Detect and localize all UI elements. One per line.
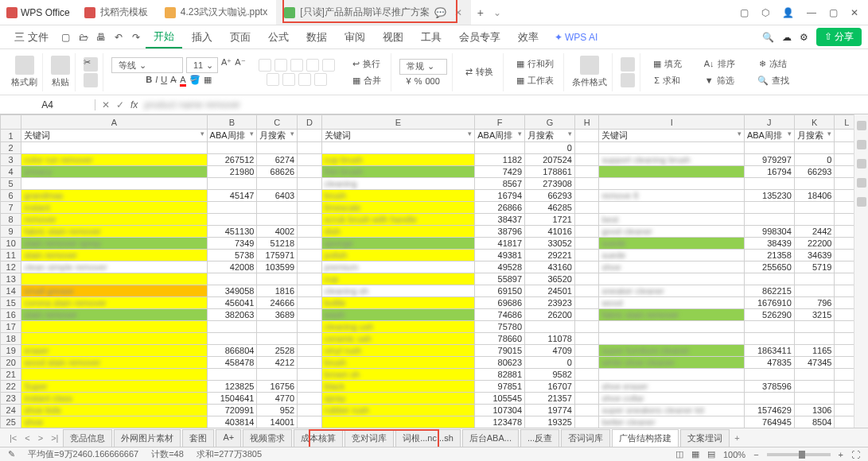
- cell[interactable]: [574, 214, 598, 226]
- cell[interactable]: grandmas: [21, 190, 207, 202]
- row-header[interactable]: 4: [1, 166, 21, 178]
- cell[interactable]: [574, 178, 598, 190]
- cell[interactable]: 9582: [525, 369, 575, 381]
- sheet-tab[interactable]: ...反查: [520, 429, 559, 447]
- cell[interactable]: 456041: [207, 297, 257, 309]
- cell[interactable]: [207, 273, 257, 285]
- column-header[interactable]: A: [21, 115, 207, 130]
- row-header[interactable]: 13: [1, 273, 21, 285]
- cell[interactable]: 1182: [475, 154, 525, 166]
- cell[interactable]: spray: [321, 393, 475, 405]
- cell[interactable]: small grease: [21, 285, 207, 297]
- font-size-select[interactable]: 11 ⌄: [186, 57, 218, 73]
- spreadsheet-grid[interactable]: ABCDEFGHIJKL 1关键词▾ABA周排▾月搜索▾关键词▾ABA周排▾月搜…: [0, 114, 859, 461]
- cell[interactable]: 135230: [744, 190, 794, 202]
- cell[interactable]: [599, 142, 745, 154]
- cell[interactable]: Super: [21, 381, 207, 393]
- cell[interactable]: 1306: [794, 405, 835, 416]
- row-header[interactable]: 15: [1, 297, 21, 309]
- cell[interactable]: 26200: [525, 309, 575, 321]
- number-format-select[interactable]: 常规 ⌄: [399, 59, 447, 75]
- cell[interactable]: [599, 321, 745, 333]
- fullscreen-icon[interactable]: ⛶: [851, 450, 860, 459]
- win-icon[interactable]: ⬡: [761, 7, 769, 18]
- row-header[interactable]: 9: [1, 226, 21, 238]
- cell[interactable]: [574, 345, 598, 357]
- cell[interactable]: premium: [321, 261, 475, 273]
- rail-icon[interactable]: [857, 197, 866, 207]
- font-name-select[interactable]: 等线 ⌄: [111, 57, 183, 73]
- column-header[interactable]: J: [744, 115, 794, 130]
- cell[interactable]: ceramic ush: [321, 333, 475, 345]
- cell[interactable]: 78660: [475, 333, 525, 345]
- cell[interactable]: 47345: [794, 357, 835, 369]
- cell[interactable]: wash: [321, 309, 475, 321]
- decrease-font-icon[interactable]: A⁻: [235, 57, 245, 73]
- cell[interactable]: cup brush: [321, 154, 475, 166]
- menu-review[interactable]: 审阅: [337, 27, 373, 48]
- sheet-tab[interactable]: 套图: [182, 429, 214, 447]
- cell[interactable]: instant class: [21, 393, 207, 405]
- sheet-tab[interactable]: 成本核算: [294, 429, 343, 447]
- cell[interactable]: better cleaner: [599, 416, 745, 428]
- column-header[interactable]: G: [525, 115, 575, 130]
- cell[interactable]: 123478: [475, 416, 525, 428]
- cell[interactable]: [298, 309, 321, 321]
- cell[interactable]: [21, 142, 207, 154]
- cell[interactable]: [257, 142, 298, 154]
- paste-icon[interactable]: [51, 56, 70, 75]
- cell[interactable]: 36520: [525, 273, 575, 285]
- cell[interactable]: clean simple remover: [21, 261, 207, 273]
- cell[interactable]: sponge: [321, 238, 475, 250]
- cell[interactable]: 267512: [207, 154, 257, 166]
- cell[interactable]: [794, 333, 835, 345]
- cell[interactable]: [257, 321, 298, 333]
- rail-icon[interactable]: [857, 159, 866, 169]
- format-painter-icon[interactable]: [15, 56, 34, 75]
- row-header[interactable]: 1: [1, 130, 21, 142]
- cell[interactable]: [599, 166, 745, 178]
- cell[interactable]: 38439: [744, 238, 794, 250]
- cell[interactable]: 42008: [207, 261, 257, 273]
- cell[interactable]: [599, 178, 745, 190]
- zoom-out-icon[interactable]: −: [753, 450, 758, 459]
- cell[interactable]: [207, 333, 257, 345]
- cell[interactable]: 97851: [475, 381, 525, 393]
- file-menu[interactable]: 三 文件: [6, 27, 56, 48]
- cell[interactable]: cup: [321, 273, 475, 285]
- cell[interactable]: 349058: [207, 285, 257, 297]
- cell[interactable]: [298, 166, 321, 178]
- cell[interactable]: [794, 369, 835, 381]
- cell[interactable]: 4002: [257, 226, 298, 238]
- cell[interactable]: 11078: [525, 333, 575, 345]
- cell[interactable]: [574, 405, 598, 416]
- header-cell[interactable]: [298, 130, 321, 142]
- cell[interactable]: 82881: [475, 369, 525, 381]
- cell[interactable]: [574, 142, 598, 154]
- header-cell[interactable]: 关键词▾: [21, 130, 207, 142]
- cell[interactable]: 16707: [525, 381, 575, 393]
- cell[interactable]: 105545: [475, 393, 525, 405]
- print-icon[interactable]: 🖶: [93, 29, 109, 45]
- zoom-label[interactable]: 100%: [723, 450, 745, 459]
- cell[interactable]: shoe: [599, 261, 745, 273]
- cell[interactable]: 451130: [207, 226, 257, 238]
- cell[interactable]: [574, 154, 598, 166]
- cell[interactable]: 16756: [257, 381, 298, 393]
- cell[interactable]: 21357: [525, 393, 575, 405]
- cell[interactable]: [321, 142, 475, 154]
- zoom-slider[interactable]: [767, 453, 831, 456]
- cell[interactable]: fabric stain remover: [599, 309, 745, 321]
- cell[interactable]: 8567: [475, 178, 525, 190]
- cell[interactable]: 5738: [207, 250, 257, 261]
- row-header[interactable]: 8: [1, 214, 21, 226]
- cell[interactable]: 273908: [525, 178, 575, 190]
- menu-view[interactable]: 视图: [375, 27, 411, 48]
- cell[interactable]: 1721: [525, 214, 575, 226]
- cell[interactable]: super sneakers cleaner kit: [599, 405, 745, 416]
- cond-fmt-icon[interactable]: [580, 56, 599, 75]
- cell[interactable]: [298, 214, 321, 226]
- font-color-button[interactable]: A: [180, 75, 185, 87]
- cell[interactable]: 2528: [257, 345, 298, 357]
- cell[interactable]: 764945: [744, 416, 794, 428]
